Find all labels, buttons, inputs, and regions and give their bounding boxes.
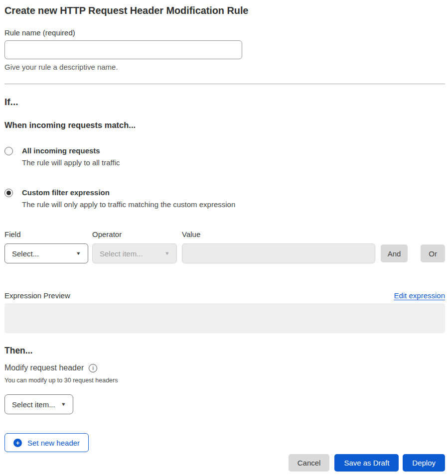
rule-name-label: Rule name (required): [4, 28, 445, 37]
page-title: Create new HTTP Request Header Modificat…: [4, 4, 445, 16]
operator-select[interactable]: Select item... ▼: [92, 243, 177, 263]
or-button[interactable]: Or: [421, 244, 445, 262]
value-input[interactable]: [182, 243, 375, 263]
operator-select-value: Select item...: [100, 249, 143, 258]
expression-preview-header: Expression Preview Edit expression: [4, 291, 445, 300]
rule-name-helper: Give your rule a descriptive name.: [4, 62, 445, 72]
modify-header-helper: You can modify up to 30 request headers: [4, 377, 445, 384]
caret-down-icon: ▼: [164, 251, 170, 256]
field-select[interactable]: Select... ▼: [4, 243, 88, 263]
option-label: Custom filter expression: [22, 188, 235, 197]
cancel-button[interactable]: Cancel: [289, 454, 330, 472]
set-new-header-button[interactable]: + Set new header: [4, 433, 89, 452]
create-rule-page: Create new HTTP Request Header Modificat…: [0, 0, 448, 476]
set-new-header-label: Set new header: [27, 439, 80, 447]
section-divider: [4, 84, 445, 84]
and-button[interactable]: And: [381, 244, 408, 262]
option-custom-filter-expression[interactable]: Custom filter expression The rule will o…: [4, 188, 445, 209]
modify-header-row: Modify request header i: [4, 363, 445, 373]
option-all-incoming-requests[interactable]: All incoming requests The rule will appl…: [4, 146, 445, 167]
radio-button-icon[interactable]: [4, 189, 13, 197]
field-label: Field: [4, 230, 88, 239]
field-select-value: Select...: [12, 249, 39, 258]
rule-name-input[interactable]: [4, 40, 242, 59]
deploy-button[interactable]: Deploy: [403, 454, 445, 472]
operator-label: Operator: [92, 230, 177, 239]
radio-button-icon[interactable]: [4, 147, 13, 155]
then-heading: Then...: [4, 346, 445, 356]
caret-down-icon: ▼: [61, 402, 66, 407]
option-description: The rule will apply to all traffic: [22, 158, 120, 167]
info-icon[interactable]: i: [89, 364, 97, 372]
value-label: Value: [182, 230, 375, 239]
edit-expression-link[interactable]: Edit expression: [394, 291, 445, 300]
option-description: The rule will only apply to traffic matc…: [22, 200, 235, 209]
plus-icon: +: [13, 439, 22, 447]
option-label: All incoming requests: [22, 146, 120, 155]
caret-down-icon: ▼: [76, 251, 81, 256]
footer-action-bar: Cancel Save as Draft Deploy: [4, 454, 445, 472]
header-item-select[interactable]: Select item... ▼: [4, 394, 73, 414]
match-subheading: When incoming requests match...: [4, 120, 445, 130]
header-item-select-value: Select item...: [12, 400, 55, 409]
modify-request-header-label: Modify request header: [4, 363, 84, 373]
if-heading: If...: [4, 97, 445, 108]
expression-builder-row: Field Select... ▼ Operator Select item..…: [4, 230, 445, 263]
expression-preview-box: [4, 303, 445, 333]
expression-preview-label: Expression Preview: [4, 291, 70, 300]
save-as-draft-button[interactable]: Save as Draft: [334, 454, 399, 472]
